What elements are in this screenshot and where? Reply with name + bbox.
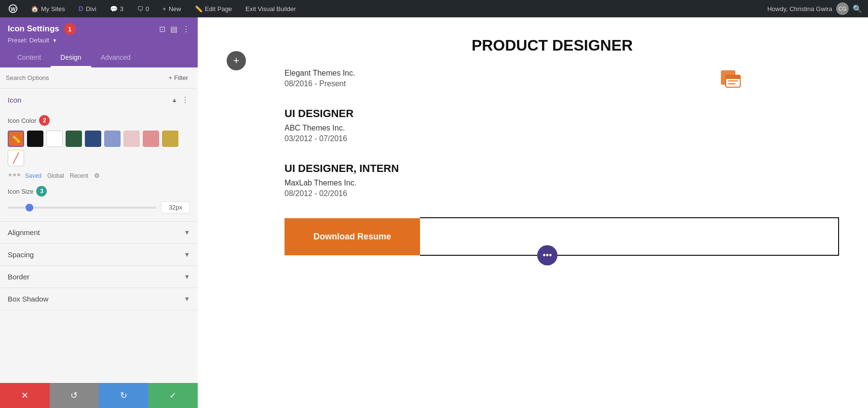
job-entry-3: UI DESIGNER, INTERN MaxLab Themes Inc. 0… [285,162,839,198]
box-shadow-section: Box Shadow ▼ [0,288,198,310]
main-area: Icon Settings 1 ⊡ ▤ ⋮ Preset: Default ▼ … [0,17,868,408]
preset-chevron-icon[interactable]: ▼ [52,38,57,43]
edit-page-link[interactable]: ✏️ Edit Page [192,0,235,17]
box-shadow-section-header[interactable]: Box Shadow ▼ [0,288,198,310]
spacing-chevron-icon[interactable]: ▼ [184,251,190,258]
border-section-icons: ▼ [184,273,190,280]
icon-section-title: Icon [8,96,21,104]
swatch-white[interactable] [46,131,63,147]
redo-button[interactable]: ↻ [99,383,149,408]
swatch-no-color[interactable]: ╱ [8,150,24,166]
icon-chevron-up-icon[interactable]: ▲ [171,96,177,104]
color-swatches: ✏️ ╱ [8,131,190,166]
job-3-title: UI DESIGNER, INTERN [285,162,839,175]
box-shadow-section-title: Box Shadow [8,295,48,303]
swatch-black[interactable] [27,131,43,147]
box-shadow-chevron-icon[interactable]: ▼ [184,295,190,303]
download-section: Download Resume [285,217,839,256]
job-2-dates: 03/2012 - 07/2016 [285,134,839,143]
download-resume-button[interactable]: Download Resume [285,218,420,255]
svg-rect-4 [726,75,740,79]
icon-more-icon[interactable]: ⋮ [181,95,190,105]
alignment-section-title: Alignment [8,228,40,237]
add-row-button[interactable]: + [227,51,246,70]
three-dots-button[interactable]: ••• [537,245,557,265]
job-1-company: Elegant Themes Inc. [285,69,839,78]
page-content: + PRODUCT DESIGNER Elega [198,17,868,275]
spacing-section-title: Spacing [8,250,34,259]
pencil-icon: ✏️ [195,5,203,13]
undo-icon: ↺ [70,390,78,401]
divi-menu[interactable]: D Divi [76,0,99,17]
left-panel: Icon Settings 1 ⊡ ▤ ⋮ Preset: Default ▼ … [0,17,198,408]
job-2-title: UI DESIGNER [285,107,839,120]
confirm-button[interactable]: ✓ [149,383,198,408]
alignment-chevron-icon[interactable]: ▼ [184,229,190,236]
step-badge-2: 2 [39,115,50,126]
bubble-icon: 🗨 [137,5,143,13]
swatch-orange[interactable]: ✏️ [8,131,24,147]
spacing-section: Spacing ▼ [0,244,198,266]
panel-actions: ✕ ↺ ↻ ✓ [0,383,198,408]
plus-icon: + [233,54,240,67]
color-settings-icon[interactable]: ⚙ [94,172,100,179]
spacing-section-header[interactable]: Spacing ▼ [0,244,198,265]
swatch-dark-green[interactable] [66,131,82,147]
border-section-header[interactable]: Border ▼ [0,266,198,288]
border-section: Border ▼ [0,266,198,288]
panel-title: Icon Settings [8,24,59,34]
x-icon: ✕ [21,390,28,401]
tab-advanced[interactable]: Advanced [91,49,140,67]
fullscreen-icon[interactable]: ⊡ [159,25,165,34]
swatch-lavender[interactable] [104,131,121,147]
alignment-section-icons: ▼ [184,229,190,236]
avatar[interactable]: CG [836,2,849,15]
box-shadow-section-icons: ▼ [184,295,190,303]
panel-title-row: Icon Settings 1 ⊡ ▤ ⋮ [8,23,190,35]
job-entry-2: UI DESIGNER ABC Themes Inc. 03/2012 - 07… [285,107,839,143]
panel-title-icons: ⊡ ▤ ⋮ [159,25,190,34]
comment-icon: 💬 [110,5,118,13]
cancel-button[interactable]: ✕ [0,383,50,408]
tab-design[interactable]: Design [51,49,91,67]
palette-icon [719,66,743,90]
wp-logo[interactable]: W [6,0,20,17]
comments-count[interactable]: 🗨 0 [134,0,152,17]
tab-content[interactable]: Content [8,49,51,67]
icon-size-label: Icon Size 3 [8,186,190,197]
more-swatches-dots[interactable] [8,173,20,176]
swatch-navy[interactable] [85,131,101,147]
search-row: + Filter [0,67,198,89]
swatch-pink[interactable] [143,131,159,147]
swatch-light-pink[interactable] [123,131,140,147]
job-entry-1: Elegant Themes Inc. 08/2016 - Present [285,69,839,88]
redo-icon: ↻ [120,390,127,401]
exit-builder-link[interactable]: Exit Visual Builder [243,0,299,17]
icon-size-slider[interactable] [8,207,156,209]
spacing-section-icons: ▼ [184,251,190,258]
search-input[interactable] [6,74,161,81]
plus-icon: + [163,5,166,13]
icon-section-content: Icon Color 2 ✏️ [0,111,198,221]
border-chevron-icon[interactable]: ▼ [184,273,190,280]
new-menu[interactable]: + New [160,0,184,17]
filter-button[interactable]: + Filter [165,72,192,83]
icon-size-value[interactable]: 32px [161,201,190,213]
color-tab-saved[interactable]: Saved [25,172,41,179]
layout-icon[interactable]: ▤ [170,25,177,34]
step-badge-1: 1 [64,23,76,35]
color-tab-global[interactable]: Global [47,172,64,179]
swatch-gold[interactable] [162,131,178,147]
palette-icon-container [719,66,743,92]
search-icon[interactable]: 🔍 [853,4,862,13]
panel-tabs: Content Design Advanced [0,49,198,67]
undo-button[interactable]: ↺ [50,383,99,408]
comments-menu[interactable]: 💬 3 [107,0,126,17]
icon-section-header[interactable]: Icon ▲ ⋮ [0,89,198,111]
icon-section: Icon ▲ ⋮ Icon Color 2 ✏️ [0,89,198,222]
color-tab-recent[interactable]: Recent [70,172,88,179]
preset-row: Preset: Default ▼ [8,37,190,44]
my-sites-menu[interactable]: 🏠 My Sites [28,0,68,17]
more-icon[interactable]: ⋮ [182,25,190,34]
alignment-section-header[interactable]: Alignment ▼ [0,222,198,243]
